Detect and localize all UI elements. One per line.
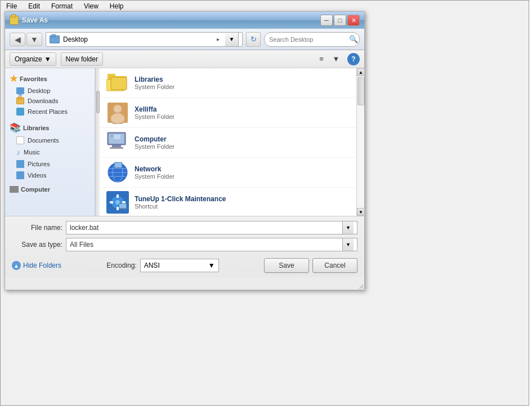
network-file-icon (106, 161, 129, 184)
new-folder-label: New folder (66, 55, 98, 63)
xelliffa-file-type: System Folder (135, 113, 350, 120)
resize-grip[interactable] (356, 282, 364, 290)
dialog-controls: ─ □ ✕ (320, 15, 360, 26)
bottom-controls: ▲ Hide Folders Encoding: ANSI ▼ Save Can… (12, 255, 357, 273)
search-icon: 🔍 (349, 35, 358, 43)
toolbar: Organize ▼ New folder ≡ ▼ ? (5, 50, 364, 68)
menu-file[interactable]: File (3, 1, 20, 11)
svg-rect-25 (117, 194, 119, 198)
view-toggle: ≡ ▼ (315, 52, 343, 66)
location-dropdown-btn[interactable]: ▼ (225, 32, 239, 47)
address-location-bar[interactable]: Desktop ▸ ▼ (46, 32, 243, 47)
pictures-icon (16, 160, 24, 168)
sidebar-scrollbar[interactable] (95, 68, 100, 216)
location-text: Desktop (63, 36, 211, 43)
computer-header[interactable]: Computer (5, 184, 95, 194)
libraries-file-name: Libraries (135, 76, 350, 83)
hide-folders-label: Hide Folders (23, 262, 61, 269)
svg-rect-14 (111, 135, 113, 137)
svg-rect-3 (111, 77, 127, 90)
tuneup-file-icon (106, 191, 129, 214)
computer-file-info: Computer System Folder (135, 135, 350, 150)
tuneup-file-name: TuneUp 1-Click Maintenance (135, 195, 350, 203)
list-item[interactable]: Computer System Folder (100, 128, 356, 158)
menu-view[interactable]: View (81, 1, 102, 11)
sidebar-music-label: Music (24, 149, 40, 156)
hide-folders-button[interactable]: ▲ Hide Folders (12, 261, 61, 270)
svg-rect-26 (117, 207, 119, 210)
favorites-star-icon: ★ (10, 73, 17, 84)
search-input[interactable] (269, 36, 347, 43)
sidebar-item-documents[interactable]: Documents (5, 135, 95, 146)
dropdown-button[interactable]: ▼ (26, 33, 42, 46)
scrollbar-thumb[interactable] (357, 77, 364, 105)
favorites-section: ★ Favorites Desktop Downloads Recent Pla… (5, 72, 95, 117)
savetype-value: All Files (70, 241, 342, 249)
organize-label: Organize (15, 55, 42, 63)
list-item[interactable]: Libraries System Folder (100, 68, 356, 98)
refresh-button[interactable]: ↻ (246, 32, 261, 47)
back-button[interactable]: ◀ (10, 33, 25, 46)
list-item[interactable]: Network System Folder (100, 158, 356, 188)
save-button[interactable]: Save (264, 258, 309, 273)
view-arrow-button[interactable]: ▼ (329, 52, 343, 66)
maximize-button[interactable]: □ (334, 15, 346, 26)
sidebar-item-videos[interactable]: Videos (5, 170, 95, 181)
right-scrollbar[interactable]: ▲ ▼ (356, 68, 364, 216)
computer-icon (10, 186, 19, 193)
list-item[interactable]: Xelliffa System Folder (100, 98, 356, 128)
help-button[interactable]: ? (347, 53, 360, 65)
network-file-type: System Folder (135, 173, 350, 180)
libraries-file-type: System Folder (135, 83, 350, 90)
libraries-header: 📚 Libraries (5, 121, 95, 135)
menu-format[interactable]: Format (48, 1, 76, 11)
organize-arrow-icon: ▼ (44, 55, 51, 63)
computer-section: Computer (5, 184, 95, 194)
savetype-input[interactable]: All Files ▼ (66, 238, 357, 251)
tuneup-file-info: TuneUp 1-Click Maintenance Shortcut (135, 195, 350, 210)
organize-button[interactable]: Organize ▼ (10, 52, 56, 66)
minimize-button[interactable]: ─ (320, 15, 333, 26)
menu-help[interactable]: Help (106, 1, 127, 11)
hide-folders-icon: ▲ (12, 261, 21, 270)
network-file-name: Network (135, 165, 350, 173)
computer-file-icon (106, 131, 129, 154)
filename-label: File name: (12, 224, 62, 232)
sidebar-item-music[interactable]: ♪ Music (5, 146, 95, 158)
search-box[interactable]: 🔍 (264, 32, 360, 47)
computer-file-name: Computer (135, 135, 350, 143)
view-icon-button[interactable]: ≡ (315, 52, 328, 66)
music-icon: ♪ (16, 148, 20, 157)
list-item[interactable]: TuneUp 1-Click Maintenance Shortcut (100, 188, 356, 216)
sidebar-item-desktop[interactable]: Desktop (5, 86, 95, 96)
new-folder-button[interactable]: New folder (61, 52, 103, 66)
encoding-area: Encoding: ANSI ▼ (106, 259, 218, 272)
libraries-icon: 📚 (10, 122, 21, 133)
scrollbar-down-button[interactable]: ▼ (357, 208, 365, 216)
encoding-select[interactable]: ANSI ▼ (140, 259, 219, 272)
nav-buttons: ◀ ▼ (10, 33, 42, 46)
filename-input[interactable]: locker.bat ▼ (66, 221, 357, 234)
sidebar-item-pictures[interactable]: Pictures (5, 158, 95, 170)
svg-rect-11 (112, 145, 121, 147)
sidebar-item-recent[interactable]: Recent Places (5, 106, 95, 117)
filename-dropdown-btn[interactable]: ▼ (342, 221, 354, 234)
filename-value: locker.bat (70, 224, 342, 232)
dialog-title-text: Save As (22, 16, 48, 24)
menu-edit[interactable]: Edit (25, 1, 43, 11)
file-list: Libraries System Folder (100, 68, 356, 216)
sidebar-downloads-label: Downloads (28, 98, 58, 104)
sidebar-item-downloads[interactable]: Downloads (5, 96, 95, 106)
cancel-button[interactable]: Cancel (312, 258, 357, 273)
scrollbar-up-button[interactable]: ▲ (357, 68, 365, 76)
scrollbar-track[interactable] (357, 76, 364, 208)
savetype-dropdown-btn[interactable]: ▼ (342, 238, 354, 251)
action-buttons: Save Cancel (264, 258, 357, 273)
documents-icon (16, 136, 24, 144)
close-button[interactable]: ✕ (347, 15, 360, 26)
dialog-title-icon (10, 16, 19, 25)
location-folder-icon (50, 36, 60, 43)
tuneup-file-type: Shortcut (135, 203, 350, 210)
svg-point-7 (114, 105, 122, 113)
location-arrow: ▸ (214, 36, 222, 42)
